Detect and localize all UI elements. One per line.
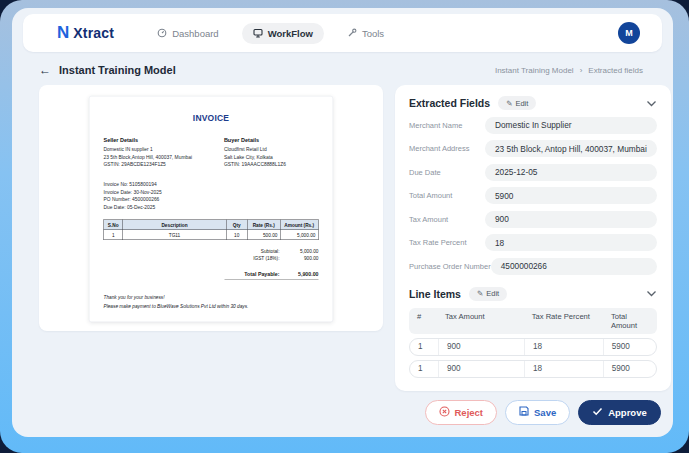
field-label: Tax Rate Percent <box>409 238 485 247</box>
invoice-page-wrap: INVOICE Seller Details Domestic IN suppl… <box>89 96 333 322</box>
save-label: Save <box>534 407 556 418</box>
invoice-meta-line: Invoice No: 5105800194 <box>104 180 319 188</box>
invoice-meta-line: PO Number: 4500000266 <box>104 195 319 203</box>
main-area: INVOICE Seller Details Domestic IN suppl… <box>12 81 673 425</box>
line-items-col-header: Tax Amount <box>437 308 524 334</box>
approve-check-icon <box>592 407 603 418</box>
extracted-fields-header: Extracted Fields ✎ Edit <box>409 96 657 110</box>
invoice-col-header: Amount (Rs.) <box>280 220 318 230</box>
line-items-col-header: Total Amount <box>603 308 657 334</box>
field-label: Tax Amount <box>409 215 485 224</box>
buyer-heading: Buyer Details <box>224 137 319 143</box>
main-nav: Dashboard WorkFlow Tools <box>146 23 395 44</box>
line-item-cell[interactable]: 900 <box>438 339 524 355</box>
field-value-input[interactable]: 23 5th Block, Antop Hill, 400037, Mumbai <box>485 140 657 157</box>
brand-logo[interactable]: N Xtract <box>57 23 114 43</box>
approve-button[interactable]: Approve <box>578 400 661 425</box>
field-row-purchase-order-number: Purchase Order Number 4500000266 <box>409 258 657 275</box>
invoice-meta-line: Due Date: 05-Dec-2025 <box>104 203 319 211</box>
field-row-merchant-address: Merchant Address 23 5th Block, Antop Hil… <box>409 140 657 157</box>
invoice-footer-line: Thank you for your business! <box>104 293 319 302</box>
field-row-tax-rate-percent: Tax Rate Percent 18 <box>409 234 657 251</box>
line-item-row: 1 900 18 5900 <box>409 360 657 378</box>
line-item-cell[interactable]: 5900 <box>603 361 656 377</box>
line-item-cell[interactable]: 1 <box>410 339 438 355</box>
line-items-col-header: Tax Rate Percent <box>524 308 603 334</box>
line-items-title: Line Items <box>409 288 461 300</box>
invoice-igst-row: IGST (18%): 900.00 <box>225 256 319 262</box>
field-value-input[interactable]: 4500000266 <box>491 258 657 275</box>
buyer-line: Salt Lake City, Kolkata <box>224 153 319 161</box>
edit-line-items-label: Edit <box>486 289 499 298</box>
page-title: Instant Training Model <box>59 64 176 76</box>
brand-name: Xtract <box>73 25 114 41</box>
buyer-details: Buyer Details Cloudfirst Retail Ltd Salt… <box>224 137 319 169</box>
collapse-line-items-chevron-icon[interactable] <box>646 290 657 297</box>
user-avatar[interactable]: M <box>618 22 640 44</box>
line-items-table: # Tax Amount Tax Rate Percent Total Amou… <box>409 308 657 378</box>
field-row-tax-amount: Tax Amount 900 <box>409 211 657 228</box>
field-value-input[interactable]: 900 <box>485 211 657 228</box>
field-value-input[interactable]: 18 <box>485 234 657 251</box>
page-title-group: ← Instant Training Model <box>39 63 176 77</box>
invoice-totals: Subtotal: 5,000.00 IGST (18%): 900.00 To… <box>104 248 319 280</box>
invoice-title: INVOICE <box>104 114 319 124</box>
nav-item-dashboard[interactable]: Dashboard <box>146 23 229 44</box>
line-item-cell[interactable]: 18 <box>524 339 603 355</box>
line-item-cell[interactable]: 18 <box>524 361 603 377</box>
line-item-cell[interactable]: 900 <box>438 361 524 377</box>
extracted-fields-title: Extracted Fields <box>409 97 490 109</box>
invoice-col-header: S.No <box>104 220 123 230</box>
invoice-total-payable-row: Total Payable: 5,900.00 <box>225 271 319 280</box>
invoice-cell: 1 <box>104 230 123 240</box>
back-arrow-icon[interactable]: ← <box>39 63 51 77</box>
invoice-cell: 500.00 <box>247 230 280 240</box>
field-label: Due Date <box>409 168 485 177</box>
field-label: Merchant Name <box>409 121 485 130</box>
breadcrumb-separator-icon: › <box>580 66 583 75</box>
field-value-input[interactable]: Domestic In Supplier <box>485 117 657 134</box>
save-button[interactable]: Save <box>505 400 570 425</box>
invoice-col-header: Qty <box>226 220 247 230</box>
seller-line: Domestic IN supplier 1 <box>104 146 224 154</box>
reject-button[interactable]: Reject <box>425 400 498 425</box>
breadcrumb-item[interactable]: Instant Training Model <box>495 66 574 75</box>
edit-line-items-button[interactable]: ✎ Edit <box>469 287 507 301</box>
field-label: Total Amount <box>409 191 485 200</box>
nav-item-workflow[interactable]: WorkFlow <box>242 23 324 44</box>
invoice-line-table: S.No Description Qty Rate (Rs.) Amount (… <box>104 220 319 241</box>
action-buttons: Reject Save Approve <box>395 400 671 425</box>
invoice-col-header: Description <box>123 220 227 230</box>
app-content: N Xtract Dashboard WorkFlow <box>12 8 673 437</box>
field-value-input[interactable]: 2025-12-05 <box>485 164 657 181</box>
line-item-cell[interactable]: 5900 <box>603 339 656 355</box>
line-item-row: 1 900 18 5900 <box>409 338 657 356</box>
reject-circle-x-icon <box>439 406 450 419</box>
edit-pencil-icon: ✎ <box>506 99 512 108</box>
invoice-footer: Thank you for your business! Please make… <box>104 293 319 310</box>
seller-heading: Seller Details <box>104 137 224 143</box>
invoice-footer-line: Please make payment to BlueWave Solution… <box>104 302 319 311</box>
line-items-col-header: # <box>409 308 437 334</box>
invoice-subtotal-row: Subtotal: 5,000.00 <box>225 248 319 254</box>
edit-pencil-icon: ✎ <box>477 289 483 298</box>
field-value-input[interactable]: 5900 <box>485 187 657 204</box>
line-items-header-row: # Tax Amount Tax Rate Percent Total Amou… <box>409 308 657 334</box>
field-label: Merchant Address <box>409 144 485 153</box>
nav-item-label: Dashboard <box>172 28 218 39</box>
seller-line: 23 5th Block,Antop Hill, 400037, Mumbai <box>104 153 224 161</box>
field-label: Purchase Order Number <box>409 262 491 271</box>
collapse-fields-chevron-icon[interactable] <box>646 100 657 107</box>
field-row-due-date: Due Date 2025-12-05 <box>409 164 657 181</box>
seller-line: GSTIN: 29ABCDE1234F1Z5 <box>104 161 224 169</box>
edit-fields-button[interactable]: ✎ Edit <box>498 96 536 110</box>
nav-item-label: Tools <box>362 28 384 39</box>
total-payable-value: 5,900.00 <box>280 271 319 277</box>
dashboard-icon <box>157 28 167 38</box>
nav-item-tools[interactable]: Tools <box>336 23 395 44</box>
line-items-section: Line Items ✎ Edit # <box>409 287 657 378</box>
invoice-meta: Invoice No: 5105800194 Invoice Date: 30-… <box>104 180 319 210</box>
approve-label: Approve <box>608 407 647 418</box>
extraction-column: Extracted Fields ✎ Edit Merchant Name Do… <box>395 85 671 425</box>
line-item-cell[interactable]: 1 <box>410 361 438 377</box>
